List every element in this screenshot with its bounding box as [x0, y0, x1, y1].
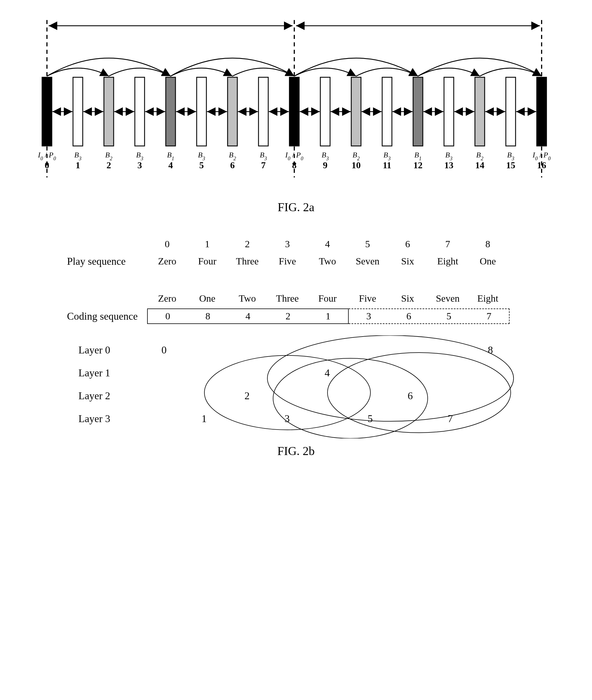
svg-point-75: [328, 353, 511, 433]
coding-sequence-row: Coding sequence 08421 3657: [67, 309, 525, 324]
coding-word: Three: [267, 291, 307, 306]
coding-sequence-words: ZeroOneTwoThreeFourFiveSixSevenEight: [67, 291, 525, 306]
coding-word: Four: [307, 291, 348, 306]
svg-rect-35: [351, 77, 361, 146]
play-number: 0: [147, 237, 187, 251]
svg-rect-20: [197, 77, 206, 146]
layer-frame-number: 1: [202, 413, 207, 425]
layer-label: Layer 2: [79, 390, 110, 402]
layer-frame-number: 8: [488, 344, 493, 356]
play-word: Zero: [147, 254, 187, 268]
svg-rect-8: [73, 77, 83, 146]
layer-label: Layer 3: [79, 413, 110, 425]
svg-text:9: 9: [323, 160, 328, 170]
layer-label: Layer 1: [79, 367, 110, 379]
play-sequence-numbers: 012345678: [67, 237, 525, 251]
coding-sequence-label: Coding sequence: [67, 310, 147, 322]
play-word: One: [468, 254, 508, 268]
coding-number: 5: [429, 309, 469, 323]
coding-word: Two: [227, 291, 267, 306]
coding-number: 1: [308, 309, 348, 323]
svg-text:5: 5: [199, 160, 204, 170]
play-word: Seven: [348, 254, 388, 268]
play-number: 4: [307, 237, 348, 251]
svg-rect-29: [289, 77, 299, 146]
svg-rect-26: [258, 77, 268, 146]
svg-rect-17: [166, 77, 176, 146]
coding-word: Five: [348, 291, 388, 306]
layer-label: Layer 0: [79, 344, 110, 356]
layer-ellipses: [67, 335, 525, 438]
play-word: Three: [227, 254, 267, 268]
play-sequence-row: Play sequence ZeroFourThreeFiveTwoSevenS…: [67, 254, 525, 268]
fig2a-caption: FIG. 2a: [11, 200, 581, 214]
layer-frame-number: 0: [161, 344, 166, 356]
play-word: Six: [388, 254, 428, 268]
layer-frame-number: 2: [244, 390, 250, 402]
coding-word: Seven: [428, 291, 468, 306]
svg-text:1: 1: [76, 160, 80, 170]
coding-word: Zero: [147, 291, 187, 306]
layer-diagram: Layer 008Layer 14Layer 226Layer 31357: [67, 335, 525, 438]
coding-word: One: [187, 291, 227, 306]
svg-text:12: 12: [413, 160, 423, 170]
svg-rect-47: [475, 77, 485, 146]
play-number: 8: [468, 237, 508, 251]
svg-text:10: 10: [351, 160, 361, 170]
svg-text:6: 6: [230, 160, 235, 170]
coding-word: Eight: [468, 291, 508, 306]
play-number: 6: [388, 237, 428, 251]
svg-text:7: 7: [261, 160, 266, 170]
coding-word: Six: [388, 291, 428, 306]
coding-number: 6: [389, 309, 429, 323]
coding-number: 7: [469, 309, 509, 323]
svg-text:14: 14: [475, 160, 484, 170]
svg-rect-38: [382, 77, 392, 146]
play-number: 3: [267, 237, 307, 251]
svg-text:0: 0: [45, 160, 49, 170]
play-number: 1: [187, 237, 227, 251]
svg-rect-50: [506, 77, 515, 146]
svg-text:3: 3: [137, 160, 142, 170]
coding-number: 4: [228, 309, 268, 323]
svg-rect-5: [42, 77, 52, 146]
fig2b-caption: FIG. 2b: [11, 444, 581, 458]
svg-text:11: 11: [383, 160, 391, 170]
svg-text:13: 13: [444, 160, 453, 170]
svg-rect-32: [320, 77, 330, 146]
svg-text:4: 4: [168, 160, 173, 170]
svg-point-73: [273, 358, 428, 438]
coding-number: 8: [188, 309, 228, 323]
fig2b-section: 012345678 Play sequence ZeroFourThreeFiv…: [67, 237, 525, 438]
layer-frame-number: 3: [285, 413, 290, 425]
svg-text:8: 8: [292, 160, 297, 170]
play-number: 5: [348, 237, 388, 251]
svg-rect-53: [537, 77, 546, 146]
play-sequence-label: Play sequence: [67, 255, 147, 267]
play-word: Four: [187, 254, 227, 268]
play-word: Eight: [428, 254, 468, 268]
svg-rect-23: [228, 77, 237, 146]
svg-point-74: [267, 335, 513, 421]
svg-text:15: 15: [506, 160, 515, 170]
layer-frame-number: 5: [367, 413, 373, 425]
svg-text:16: 16: [537, 160, 546, 170]
svg-rect-44: [444, 77, 454, 146]
svg-rect-11: [104, 77, 114, 146]
coding-number: 0: [148, 309, 188, 323]
layer-frame-number: 6: [408, 390, 413, 402]
svg-text:2: 2: [106, 160, 111, 170]
svg-rect-41: [413, 77, 423, 146]
play-word: Five: [267, 254, 307, 268]
layer-frame-number: 7: [448, 413, 453, 425]
gop-diagram: I0 / P00B31B22B33B14B35B26B37I0 / P08B39…: [24, 11, 568, 195]
coding-number: 2: [268, 309, 308, 323]
play-word: Two: [307, 254, 348, 268]
svg-rect-14: [135, 77, 145, 146]
play-number: 2: [227, 237, 267, 251]
play-number: 7: [428, 237, 468, 251]
coding-number: 3: [349, 309, 389, 323]
layer-frame-number: 4: [325, 367, 330, 379]
